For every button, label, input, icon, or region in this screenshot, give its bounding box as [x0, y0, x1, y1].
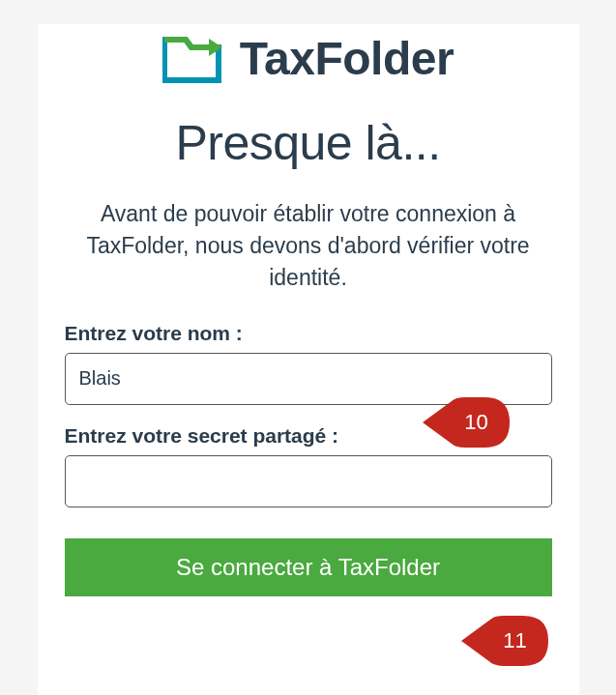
name-label: Entrez votre nom : [65, 322, 552, 345]
logo-text: TaxFolder [240, 32, 454, 85]
logo-container: TaxFolder [65, 24, 552, 98]
folder-arrow-icon [162, 34, 228, 84]
secret-label: Entrez votre secret partagé : [65, 424, 552, 448]
secret-input[interactable] [65, 455, 552, 507]
name-field-group: Entrez votre nom : 10 [65, 322, 552, 405]
page-subtitle: Avant de pouvoir établir votre connexion… [65, 198, 552, 295]
callout-step-11: 11 [461, 616, 548, 666]
submit-button[interactable]: Se connecter à TaxFolder [65, 538, 552, 596]
logo: TaxFolder [162, 32, 454, 85]
page-title: Presque là... [65, 115, 552, 171]
name-input[interactable] [65, 353, 552, 405]
secret-field-group: Entrez votre secret partagé : [65, 424, 552, 507]
login-card: TaxFolder Presque là... Avant de pouvoir… [38, 24, 579, 695]
